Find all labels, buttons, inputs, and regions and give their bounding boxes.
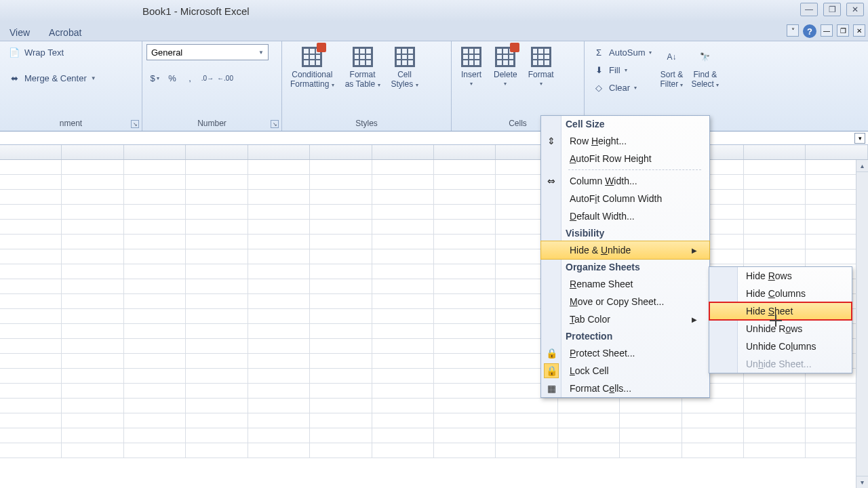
group-number: General ▼ $▾ % , .0→ ←.00 Number ↘ — [142, 41, 282, 131]
workbook-minimize-button[interactable]: — — [821, 24, 833, 37]
minimize-button[interactable]: — — [800, 3, 818, 16]
merge-center-button[interactable]: ⬌ Merge & Center ▼ — [4, 70, 138, 86]
chevron-down-icon: ▼ — [91, 75, 96, 81]
wrap-text-button[interactable]: 📄 Wrap Text — [4, 44, 138, 60]
group-label-alignment: nment — [4, 119, 138, 129]
table-label: Formatas Table ▾ — [345, 70, 380, 89]
menu-autofit-column-width[interactable]: AutoFit Column Width — [541, 190, 709, 207]
cond-label: ConditionalFormatting ▾ — [290, 70, 334, 89]
titlebar: Book1 - Microsoft Excel — ❐ ✕ — [0, 0, 868, 22]
group-alignment: 📄 Wrap Text ⬌ Merge & Center ▼ nment ↘ — [0, 41, 142, 131]
tab-view[interactable]: View — [0, 24, 39, 41]
ribbon: 📄 Wrap Text ⬌ Merge & Center ▼ nment ↘ G… — [0, 41, 868, 131]
format-as-table-button[interactable]: Formatas Table ▾ — [341, 44, 384, 91]
format-cells-icon: ▦ — [544, 381, 559, 396]
menu-default-width[interactable]: Default Width... — [541, 207, 709, 225]
number-format-combo[interactable]: General ▼ — [146, 44, 269, 60]
autosum-button[interactable]: ΣAutoSum▾ — [589, 44, 656, 60]
menu-tab-color[interactable]: Tab Color▶ — [541, 310, 709, 328]
vertical-scrollbar[interactable]: ▴ ▾ — [856, 160, 868, 488]
scroll-down-icon[interactable]: ▾ — [856, 476, 868, 488]
clear-button[interactable]: ◇Clear▾ — [589, 79, 656, 96]
percent-button[interactable]: % — [164, 70, 180, 86]
menu-hide-sheet[interactable]: Hide Sheet — [709, 302, 852, 320]
merge-icon: ⬌ — [8, 72, 20, 84]
increase-decimal-button[interactable]: .0→ — [199, 70, 216, 86]
insert-icon — [460, 45, 483, 68]
menu-lock-cell[interactable]: 🔒Lock Cell — [541, 362, 709, 380]
maximize-button[interactable]: ❐ — [823, 3, 841, 16]
row-height-icon: ⇕ — [544, 134, 559, 148]
conditional-formatting-button[interactable]: ConditionalFormatting ▾ — [286, 44, 338, 91]
menu-column-width[interactable]: ⇔Column Width... — [541, 172, 709, 190]
column-headers[interactable] — [0, 145, 868, 160]
sort-filter-button[interactable]: A↓ Sort &Filter ▾ — [656, 44, 687, 96]
menu-autofit-row-height[interactable]: AutoFit Row Height — [541, 150, 709, 167]
ribbon-collapse-icon[interactable]: ˅ — [787, 24, 799, 37]
submenu-arrow-icon: ▶ — [692, 247, 697, 254]
insert-button[interactable]: Insert▾ — [456, 44, 487, 89]
group-label-number: Number — [146, 119, 277, 129]
menu-hide-rows[interactable]: Hide Rows — [709, 267, 852, 285]
submenu-arrow-icon: ▶ — [692, 316, 697, 323]
menu-section-cell-size: Cell Size — [541, 116, 709, 132]
number-dialog-launcher[interactable]: ↘ — [271, 120, 279, 128]
menu-format-cells[interactable]: ▦Format Cells... — [541, 380, 709, 397]
menu-protect-sheet[interactable]: 🔒Protect Sheet... — [541, 344, 709, 362]
column-width-icon: ⇔ — [544, 174, 559, 188]
currency-button[interactable]: $▾ — [146, 70, 163, 86]
format-table-icon — [351, 45, 374, 68]
scroll-up-icon[interactable]: ▴ — [856, 160, 868, 172]
alignment-dialog-launcher[interactable]: ↘ — [131, 120, 139, 128]
menu-section-organize: Organize Sheets — [541, 259, 709, 275]
ribbon-tabs: View Acrobat ˅ ? — ❐ ✕ — [0, 22, 868, 41]
lock-cell-icon: 🔒 — [544, 363, 559, 378]
workbook-restore-button[interactable]: ❐ — [837, 24, 849, 37]
group-label-styles: Styles — [286, 119, 447, 129]
formula-expand-icon[interactable]: ▾ — [854, 133, 865, 144]
merge-label: Merge & Center — [24, 73, 87, 83]
find-select-button[interactable]: 🔭 Find &Select ▾ — [687, 44, 723, 96]
sort-icon: A↓ — [660, 45, 683, 68]
tab-acrobat[interactable]: Acrobat — [39, 24, 91, 41]
eraser-icon: ◇ — [593, 81, 605, 94]
menu-rename-sheet[interactable]: Rename Sheet — [541, 275, 709, 293]
formula-bar[interactable]: ▾ — [0, 131, 868, 145]
menu-move-copy-sheet[interactable]: Move or Copy Sheet... — [541, 293, 709, 310]
sigma-icon: Σ — [593, 46, 605, 58]
menu-section-protection: Protection — [541, 328, 709, 344]
menu-unhide-columns[interactable]: Unhide Columns — [709, 338, 852, 355]
decrease-decimal-button[interactable]: ←.00 — [217, 70, 233, 86]
fill-button[interactable]: ⬇Fill▾ — [589, 62, 656, 78]
cellstyles-label: CellStyles ▾ — [391, 70, 418, 89]
menu-hide-columns[interactable]: Hide Columns — [709, 285, 852, 302]
cell-styles-icon — [393, 45, 416, 68]
format-button[interactable]: Format▾ — [524, 44, 558, 89]
delete-icon — [494, 45, 517, 68]
workbook-close-button[interactable]: ✕ — [853, 24, 865, 37]
fill-icon: ⬇ — [593, 64, 605, 76]
hide-unhide-submenu: Hide Rows Hide Columns Hide Sheet Unhide… — [709, 266, 852, 373]
close-button[interactable]: ✕ — [846, 3, 864, 16]
group-styles: ConditionalFormatting ▾ Formatas Table ▾… — [282, 41, 452, 131]
menu-row-height[interactable]: ⇕Row Height... — [541, 132, 709, 150]
number-format-value: General — [151, 47, 182, 58]
cell-styles-button[interactable]: CellStyles ▾ — [387, 44, 422, 91]
conditional-formatting-icon — [300, 45, 323, 68]
delete-button[interactable]: Delete▾ — [490, 44, 521, 89]
comma-button[interactable]: , — [182, 70, 198, 86]
format-icon — [530, 45, 553, 68]
chevron-down-icon: ▼ — [258, 49, 264, 56]
menu-unhide-rows[interactable]: Unhide Rows — [709, 320, 852, 338]
window-title: Book1 - Microsoft Excel — [142, 5, 250, 17]
menu-hide-unhide[interactable]: Hide & Unhide▶ — [540, 241, 710, 260]
format-dropdown-menu: Cell Size ⇕Row Height... AutoFit Row Hei… — [540, 115, 710, 398]
binoculars-icon: 🔭 — [694, 45, 717, 68]
lock-icon: 🔒 — [544, 346, 559, 361]
wrap-text-icon: 📄 — [8, 46, 20, 58]
menu-section-visibility: Visibility — [541, 225, 709, 241]
help-icon[interactable]: ? — [803, 24, 816, 38]
wrap-text-label: Wrap Text — [24, 47, 64, 58]
menu-unhide-sheet[interactable]: Unhide Sheet... — [709, 355, 852, 373]
